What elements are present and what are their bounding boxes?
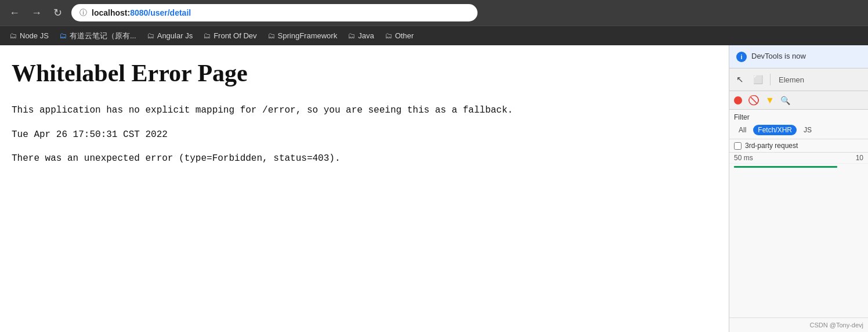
bookmark-frontofdev[interactable]: 🗂Front Of Dev — [198, 30, 261, 42]
devtools-notice: i DevTools is now — [729, 45, 868, 68]
folder-icon: 🗂 — [348, 31, 355, 40]
devtools-footer: CSDN @Tony-devj — [729, 317, 868, 332]
timeline-10: 10 — [856, 154, 863, 162]
folder-icon: 🗂 — [203, 31, 211, 40]
bookmark-label: Java — [358, 31, 374, 40]
bookmark-springframework[interactable]: 🗂SpringFramework — [263, 30, 342, 42]
bookmark-java[interactable]: 🗂Java — [343, 30, 378, 42]
folder-icon: 🗂 — [385, 31, 392, 40]
record-button[interactable] — [734, 96, 742, 104]
reload-button[interactable]: ↻ — [51, 6, 64, 19]
phone-icon: ⬜ — [753, 75, 763, 84]
cursor-tool-button[interactable]: ↖ — [734, 72, 746, 87]
filter-section: Filter AllFetch/XHRJS — [729, 110, 868, 139]
error-description: This application has no explicit mapping… — [12, 103, 717, 118]
page-title: Whitelabel Error Page — [12, 59, 717, 87]
error-body: This application has no explicit mapping… — [12, 103, 717, 167]
error-detail: There was an unexpected error (type=Forb… — [12, 151, 717, 167]
green-progress-bar — [734, 166, 837, 168]
filter-tab-fetchxhr[interactable]: Fetch/XHR — [753, 125, 797, 135]
folder-icon: 🗂 — [267, 31, 275, 40]
nav-bar: ← → ↻ ⓘ localhost:8080/user/detail — [0, 0, 868, 26]
folder-icon: 🗂 — [9, 31, 17, 40]
elements-tab-label: Elemen — [775, 73, 808, 86]
main-content: Whitelabel Error Page This application h… — [0, 45, 729, 332]
bookmark-label: Angular Js — [157, 31, 193, 40]
search-icon[interactable]: 🔍 — [780, 96, 790, 105]
bookmark-label: Front Of Dev — [214, 31, 256, 40]
address-bar[interactable]: ⓘ localhost:8080/user/detail — [71, 4, 478, 21]
folder-icon: 🗂 — [147, 31, 154, 40]
error-timestamp: Tue Apr 26 17:50:31 CST 2022 — [12, 128, 717, 143]
lock-icon: ⓘ — [79, 8, 87, 18]
bookmark-nodejs[interactable]: 🗂Node JS — [5, 30, 53, 42]
filter-tab-js[interactable]: JS — [799, 125, 816, 135]
forward-button[interactable]: → — [29, 6, 44, 19]
bookmark-angularjs[interactable]: 🗂Angular Js — [142, 30, 197, 42]
third-party-label: 3rd-party request — [745, 142, 798, 150]
device-emulation-button[interactable]: ⬜ — [751, 73, 765, 86]
third-party-row: 3rd-party request — [729, 139, 868, 153]
devtools-panel: i DevTools is now ↖ ⬜ Elemen 🚫 ▼ 🔍 Filte… — [729, 45, 868, 332]
back-button[interactable]: ← — [7, 6, 22, 19]
info-icon: i — [736, 52, 747, 62]
bookmark-youdao[interactable]: 🗂有道云笔记（原有... — [55, 29, 141, 43]
toolbar-separator — [770, 74, 771, 85]
url-display: localhost:8080/user/detail — [92, 8, 191, 17]
url-host: localhost:8080/user/detail — [92, 8, 191, 17]
bookmark-label: 有道云笔记（原有... — [70, 31, 136, 41]
bookmark-other[interactable]: 🗂Other — [380, 30, 419, 42]
network-toolbar: 🚫 ▼ 🔍 — [729, 91, 868, 110]
filter-icon: ▼ — [765, 95, 775, 106]
folder-icon: 🗂 — [59, 31, 67, 40]
browser-chrome: ← → ↻ ⓘ localhost:8080/user/detail 🗂Node… — [0, 0, 868, 45]
bookmark-label: Node JS — [20, 31, 49, 40]
clear-button[interactable]: 🚫 — [748, 95, 760, 106]
devtools-toolbar: ↖ ⬜ Elemen — [729, 68, 868, 91]
bookmark-label: Other — [395, 31, 414, 40]
timeline-row: 50 ms 10 — [729, 153, 868, 164]
green-bar-container — [729, 164, 868, 170]
filter-tabs: AllFetch/XHRJS — [734, 125, 863, 135]
third-party-checkbox[interactable] — [734, 142, 742, 150]
cursor-icon: ↖ — [736, 74, 744, 85]
timeline-50ms: 50 ms — [734, 154, 856, 162]
devtools-notice-text: DevTools is now — [751, 51, 806, 62]
bookmark-label: SpringFramework — [278, 31, 338, 40]
content-wrapper: Whitelabel Error Page This application h… — [0, 45, 868, 332]
filter-tab-all[interactable]: All — [734, 125, 751, 135]
filter-label: Filter — [734, 113, 863, 121]
bookmarks-bar: 🗂Node JS🗂有道云笔记（原有...🗂Angular Js🗂Front Of… — [0, 26, 868, 45]
devtools-content: 🚫 ▼ 🔍 Filter AllFetch/XHRJS 3rd-party re… — [729, 91, 868, 317]
